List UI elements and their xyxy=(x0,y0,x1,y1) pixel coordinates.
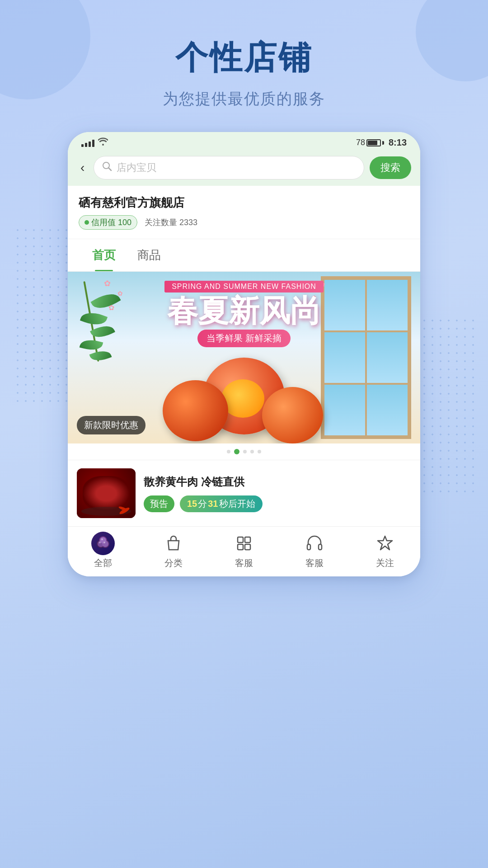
product-info: 散养黄牛肉 冷链直供 预告 15 分 31 秒后开始 xyxy=(144,475,411,512)
bg-dots-left xyxy=(14,226,68,407)
svg-point-9 xyxy=(103,542,105,543)
countdown-min-label: 分 xyxy=(198,498,207,510)
nav-label-service: 客服 xyxy=(305,557,324,569)
search-icon xyxy=(102,161,112,174)
svg-rect-13 xyxy=(238,544,243,550)
countdown-seconds: 31 xyxy=(208,499,218,509)
nav-label-category: 分类 xyxy=(164,557,183,569)
tab-products[interactable]: 商品 xyxy=(127,239,172,271)
nav-label-grid: 客服 xyxy=(235,557,253,569)
store-info: 硒有慈利官方旗舰店 信用值 100 关注数量 2333 xyxy=(68,186,420,239)
svg-rect-11 xyxy=(238,537,243,542)
product-name: 散养黄牛肉 冷链直供 xyxy=(144,475,411,489)
svg-point-8 xyxy=(99,542,101,543)
page-header: 个性店铺 为您提供最优质的服务 xyxy=(0,0,488,132)
nav-item-grid[interactable]: 客服 xyxy=(217,532,271,569)
bg-dots-right xyxy=(420,316,474,497)
banner-container: ✿ ✿ ✿ ✿ ✿ SPRING AND SUMMER NEW FASHION … xyxy=(68,272,420,460)
svg-rect-15 xyxy=(307,544,310,550)
dot-4[interactable] xyxy=(250,450,254,453)
battery-level: 78 xyxy=(356,138,365,147)
status-left xyxy=(81,137,108,148)
status-right: 78 8:13 xyxy=(356,137,407,148)
follow-label: 关注数量 xyxy=(145,218,177,227)
search-area: ‹ 店内宝贝 搜索 xyxy=(68,151,420,186)
promo-label: 新款限时优惠 xyxy=(77,416,145,434)
svg-line-1 xyxy=(109,168,112,171)
page-subtitle: 为您提供最优质的服务 xyxy=(0,89,488,109)
nav-label-follow: 关注 xyxy=(376,557,394,569)
headphone-icon xyxy=(302,532,327,555)
dot-3[interactable] xyxy=(243,450,247,453)
nav-item-follow[interactable]: 关注 xyxy=(358,532,412,569)
search-button[interactable]: 搜索 xyxy=(370,156,411,179)
store-meta: 信用值 100 关注数量 2333 xyxy=(79,215,409,230)
svg-rect-14 xyxy=(245,544,250,550)
countdown-badge: 15 分 31 秒后开始 xyxy=(180,495,263,512)
svg-marker-17 xyxy=(378,536,392,550)
product-thumbnail xyxy=(77,468,136,518)
nav-item-category[interactable]: 分类 xyxy=(146,532,201,569)
product-promo: 预告 15 分 31 秒后开始 xyxy=(144,495,411,512)
dot-2[interactable] xyxy=(234,449,239,454)
battery-icon: 78 xyxy=(356,138,384,147)
credit-dot xyxy=(84,220,89,225)
fruit-group xyxy=(199,349,289,434)
wifi-icon xyxy=(98,137,108,148)
nav-item-service[interactable]: 客服 xyxy=(287,532,342,569)
tab-home[interactable]: 首页 xyxy=(81,239,127,271)
promo-tag: 预告 xyxy=(144,495,174,512)
dot-1[interactable] xyxy=(227,450,230,453)
signal-icon xyxy=(81,139,94,147)
grid-icon xyxy=(231,532,257,555)
svg-point-10 xyxy=(101,538,103,540)
blueberry-icon xyxy=(90,532,116,555)
countdown-minutes: 15 xyxy=(187,499,197,509)
bag-icon xyxy=(161,532,186,555)
bottom-nav: 全部 分类 客服 xyxy=(68,526,420,576)
countdown-suffix: 秒后开始 xyxy=(219,498,255,510)
banner-main-text: 春夏新风尚 xyxy=(68,295,420,326)
nav-item-all[interactable]: 全部 xyxy=(76,532,130,569)
svg-rect-16 xyxy=(319,544,322,550)
follow-number: 2333 xyxy=(179,218,197,227)
banner-en-text: SPRING AND SUMMER NEW FASHION xyxy=(164,281,324,292)
credit-badge: 信用值 100 xyxy=(79,215,137,230)
svg-rect-12 xyxy=(245,537,250,542)
nav-label-all: 全部 xyxy=(94,557,112,569)
banner-sub-tag: 当季鲜果 新鲜采摘 xyxy=(197,330,291,347)
store-name: 硒有慈利官方旗舰店 xyxy=(79,195,409,211)
nav-tabs: 首页 商品 xyxy=(68,239,420,272)
back-button[interactable]: ‹ xyxy=(77,159,88,177)
banner-dots xyxy=(68,443,420,460)
credit-label: 信用值 100 xyxy=(91,217,131,228)
banner-text-area: SPRING AND SUMMER NEW FASHION 春夏新风尚 当季鲜果… xyxy=(68,281,420,347)
page-title: 个性店铺 xyxy=(0,36,488,80)
status-time: 8:13 xyxy=(389,137,407,148)
status-bar: 78 8:13 xyxy=(68,132,420,151)
search-box[interactable]: 店内宝贝 xyxy=(94,156,364,179)
star-icon xyxy=(372,532,398,555)
search-placeholder: 店内宝贝 xyxy=(117,161,156,175)
banner-image: ✿ ✿ ✿ ✿ ✿ SPRING AND SUMMER NEW FASHION … xyxy=(68,272,420,443)
phone-mockup: 78 8:13 ‹ 店内宝贝 搜索 硒有慈利官方旗舰店 信用值 100 xyxy=(68,132,420,576)
dot-5[interactable] xyxy=(258,450,261,453)
follow-count: 关注数量 2333 xyxy=(145,217,197,228)
product-card[interactable]: 散养黄牛肉 冷链直供 预告 15 分 31 秒后开始 xyxy=(68,460,420,526)
